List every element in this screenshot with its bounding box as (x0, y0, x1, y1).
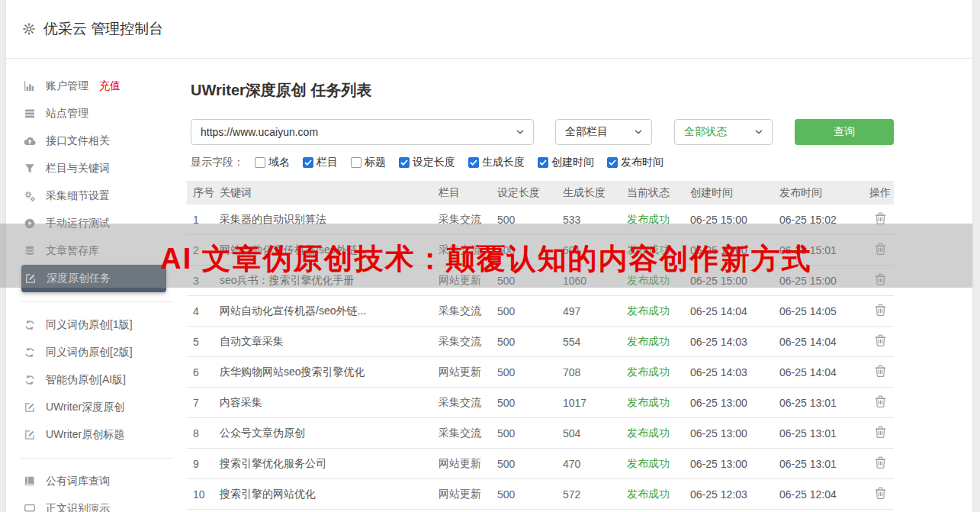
sidebar-item-account[interactable]: 账户管理充值 (6, 72, 187, 100)
row-actions (866, 364, 894, 380)
created-time: 06-25 15:00 (686, 275, 776, 287)
table-row: 6庆华购物网站seo搜索引擎优化网站更新500708发布成功06-25 14:0… (187, 357, 894, 388)
published-time: 06-25 14:04 (776, 336, 866, 348)
column-header: 序号 (187, 186, 216, 200)
delete-button[interactable] (874, 333, 887, 347)
field-label: 发布时间 (621, 156, 664, 169)
status-text: 发布成功 (623, 243, 686, 257)
play-icon (24, 217, 36, 230)
cloud-upload-icon (24, 135, 36, 147)
sidebar-item-synonym-v1[interactable]: 同义词伪原创[1版] (6, 311, 187, 339)
row-actions (866, 242, 894, 258)
row-actions (866, 211, 894, 227)
created-time: 06-25 15:00 (686, 214, 776, 226)
row-number: 2 (187, 244, 216, 256)
set-length-cell: 500 (493, 336, 559, 348)
checkbox-icon[interactable] (255, 157, 265, 168)
gen-length-cell: 504 (559, 427, 623, 440)
table-row: 1采集器的自动识别算法采集交流500533发布成功06-25 15:0006-2… (187, 204, 894, 235)
delete-button[interactable] (874, 456, 887, 469)
site-select[interactable]: https://www.ucaiyun.com (191, 119, 534, 145)
delete-button[interactable] (874, 364, 887, 378)
app: 优采云 管理控制台 账户管理充值站点管理接口文件相关栏目与关键词采集细节设置手动… (0, 0, 980, 512)
status-select[interactable]: 全部状态 (674, 119, 773, 145)
created-time: 06-25 14:03 (686, 336, 776, 348)
task-table: 序号关键词栏目设定长度生成长度当前状态创建时间发布时间操作 1采集器的自动识别算… (187, 181, 894, 510)
sidebar-item-article-cache[interactable]: 文章暂存库 (6, 237, 187, 265)
page-card: 优采云 管理控制台 账户管理充值站点管理接口文件相关栏目与关键词采集细节设置手动… (6, 0, 972, 512)
published-time: 06-25 13:01 (776, 427, 866, 440)
status-text: 发布成功 (623, 274, 686, 288)
refresh-icon (24, 374, 36, 386)
checkbox-icon[interactable] (399, 157, 410, 168)
sidebar-item-uwriter-deep[interactable]: UWriter深度原创 (6, 394, 187, 421)
row-number: 3 (187, 275, 216, 287)
field-toggle-title[interactable]: 标题 (351, 156, 386, 169)
sidebar-item-synonym-v2[interactable]: 同义词伪原创[2版] (6, 339, 187, 366)
sidebar-item-content-demo[interactable]: 正文识别演示 (6, 495, 187, 512)
column-select-value: 全部栏目 (565, 125, 608, 139)
column-cell: 采集交流 (435, 396, 493, 410)
sidebar-item-label: 文章暂存库 (46, 244, 99, 258)
row-actions (866, 333, 894, 349)
main-content: UWriter深度原创 任务列表 https://www.ucaiyun.com… (187, 59, 972, 512)
set-length-cell: 500 (493, 305, 559, 317)
delete-button[interactable] (874, 486, 887, 500)
sidebar-item-interface-files[interactable]: 接口文件相关 (6, 127, 187, 155)
field-toggle-publish-time[interactable]: 发布时间 (607, 156, 664, 169)
checkbox-icon[interactable] (607, 157, 618, 168)
field-toggle-create-time[interactable]: 创建时间 (538, 156, 594, 169)
delete-button[interactable] (874, 394, 887, 408)
sidebar-item-label: UWriter深度原创 (46, 401, 124, 414)
fields-label: 显示字段： (191, 156, 244, 169)
checkbox-icon[interactable] (468, 157, 479, 168)
field-toggle-column[interactable]: 栏目 (303, 156, 338, 169)
sidebar-item-smart-ai[interactable]: 智能伪原创[AI版] (6, 366, 187, 394)
database-icon (24, 245, 36, 257)
table-header-row: 序号关键词栏目设定长度生成长度当前状态创建时间发布时间操作 (187, 181, 894, 204)
keyword-cell: 采集器的自动识别算法 (216, 213, 435, 227)
column-header: 操作 (866, 186, 894, 200)
delete-button[interactable] (874, 303, 887, 317)
gen-length-cell: 1017 (559, 397, 623, 409)
keyword-cell: seo兵书：搜索引擎优化手册 (216, 274, 435, 288)
column-select[interactable]: 全部栏目 (555, 119, 652, 145)
row-number: 6 (187, 366, 216, 378)
page-title: UWriter深度原创 任务列表 (191, 80, 972, 101)
sidebar-item-deep-original-task[interactable]: 深度原创任务 (21, 265, 166, 292)
field-label: 设定长度 (413, 156, 455, 169)
delete-button[interactable] (874, 272, 887, 286)
field-toggle-gen-length[interactable]: 生成长度 (468, 156, 525, 169)
row-actions (866, 486, 894, 502)
gen-length-cell: 601 (559, 244, 623, 256)
sidebar-item-collect-settings[interactable]: 采集细节设置 (6, 182, 187, 210)
sidebar-item-uwriter-title[interactable]: UWriter原创标题 (6, 421, 187, 449)
checkbox-icon[interactable] (538, 157, 548, 168)
display-fields-row: 显示字段： 域名栏目标题设定长度生成长度创建时间发布时间 (191, 156, 972, 169)
gen-length-cell: 533 (559, 214, 623, 226)
created-time: 06-25 13:00 (686, 397, 776, 409)
sidebar-item-sites[interactable]: 站点管理 (6, 100, 187, 127)
sidebar-item-columns-keywords[interactable]: 栏目与关键词 (6, 155, 187, 182)
chevron-down-icon (635, 130, 642, 134)
column-header: 当前状态 (623, 186, 686, 200)
row-actions (866, 394, 894, 411)
row-number: 10 (187, 488, 216, 501)
checkbox-icon[interactable] (351, 157, 361, 168)
row-actions (866, 303, 894, 319)
sidebar-item-manual-test[interactable]: 手动运行测试 (6, 210, 187, 237)
checkbox-icon[interactable] (303, 157, 313, 168)
column-cell: 网站更新 (435, 488, 493, 501)
field-toggle-set-length[interactable]: 设定长度 (399, 156, 455, 169)
top-header: 优采云 管理控制台 (6, 0, 972, 59)
field-toggle-domain[interactable]: 域名 (255, 156, 290, 169)
delete-button[interactable] (874, 242, 887, 256)
created-time: 06-25 14:03 (686, 366, 776, 378)
recharge-link[interactable]: 充值 (99, 79, 120, 93)
delete-button[interactable] (874, 211, 887, 225)
gear-icon (23, 23, 35, 35)
query-button[interactable]: 查询 (795, 119, 894, 145)
delete-button[interactable] (874, 425, 887, 439)
keyword-cell: 搜索引擎优化服务公司 (216, 457, 435, 471)
sidebar-item-public-dict[interactable]: 公有词库查询 (6, 468, 187, 495)
